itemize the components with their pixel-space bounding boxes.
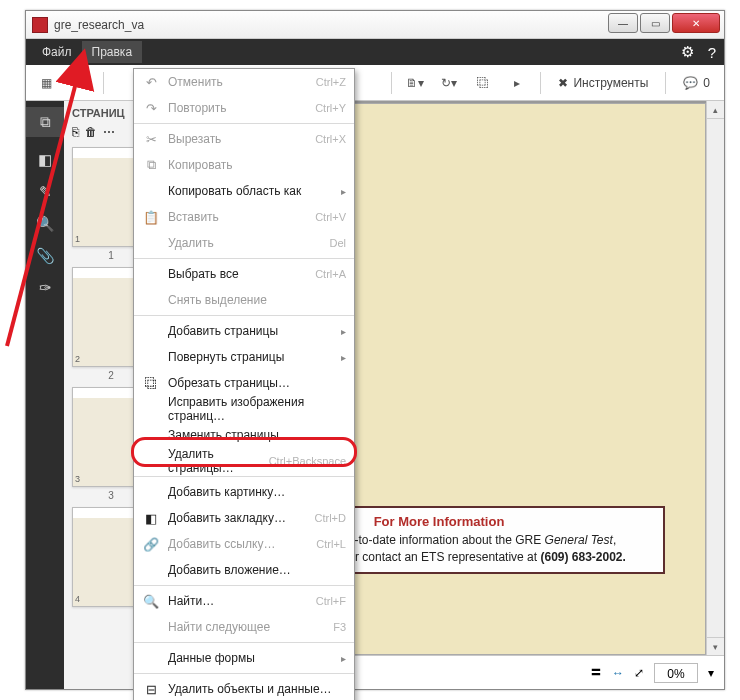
panel-delete-icon[interactable]: 🗑 (85, 125, 97, 139)
zoom-field[interactable]: 0% (654, 663, 698, 683)
menu-item-icon: ⊟ (142, 682, 160, 697)
menu-item-label: Добавить вложение… (168, 563, 346, 577)
menu-item-shortcut: Ctrl+Backspace (269, 455, 346, 467)
menu-item-label: Повернуть страницы (168, 350, 333, 364)
menu-item-shortcut: Ctrl+V (315, 211, 346, 223)
menu-item-icon: ⿻ (142, 376, 160, 391)
menu-item[interactable]: Исправить изображения страниц… (134, 396, 354, 422)
left-rail: ⧉ ◧ ✎ 🔍 📎 ✑ (26, 101, 64, 689)
page-add-icon[interactable]: 🗎▾ (401, 69, 429, 97)
menu-item-label: Обрезать страницы… (168, 376, 346, 390)
tools-icon: ✖ (558, 76, 568, 90)
menu-item[interactable]: Добавить страницы▸ (134, 318, 354, 344)
menu-item[interactable]: Добавить вложение… (134, 557, 354, 583)
rail-pages-icon[interactable]: ⧉ (26, 107, 64, 137)
maximize-button[interactable]: ▭ (640, 13, 670, 33)
toolbar: ▦ ＋ 🗎▾ ↻▾ ⿻ ▸ ✖ Инструменты 💬 0 (26, 65, 724, 101)
help-icon[interactable]: ? (708, 44, 716, 61)
menu-item-shortcut: Ctrl+X (315, 133, 346, 145)
menu-item[interactable]: ◧Добавить закладку…Ctrl+D (134, 505, 354, 531)
menu-item: ✂ВырезатьCtrl+X (134, 126, 354, 152)
menu-file[interactable]: Файл (32, 41, 82, 63)
fit-horiz-icon[interactable]: ↔ (612, 666, 624, 680)
menu-item: ⧉Копировать (134, 152, 354, 178)
gear-icon[interactable]: ⚙ (681, 43, 694, 61)
rail-attach-icon[interactable]: 📎 (36, 247, 55, 265)
menu-item-shortcut: Ctrl+L (316, 538, 346, 550)
vertical-scrollbar[interactable]: ▴ ▾ (706, 101, 724, 655)
menu-edit[interactable]: Правка (82, 41, 143, 63)
menu-item[interactable]: 🔍Найти…Ctrl+F (134, 588, 354, 614)
fullscreen-icon[interactable]: ⤢ (634, 666, 644, 680)
scroll-down-icon[interactable]: ▾ (707, 637, 724, 655)
menu-item-shortcut: Ctrl+Y (315, 102, 346, 114)
menu-item-label: Вырезать (168, 132, 307, 146)
close-button[interactable]: ✕ (672, 13, 720, 33)
fit-width-icon[interactable]: 〓 (590, 664, 602, 681)
rotate-icon[interactable]: ↻▾ (435, 69, 463, 97)
menu-item[interactable]: Повернуть страницы▸ (134, 344, 354, 370)
app-window: gre_research_va — ▭ ✕ Файл Правка ⚙ ? ▦ … (25, 10, 725, 690)
menu-item: 🔗Добавить ссылку…Ctrl+L (134, 531, 354, 557)
rail-edit-icon[interactable]: ✎ (39, 183, 52, 201)
submenu-arrow-icon: ▸ (341, 352, 346, 363)
rail-sign-icon[interactable]: ✑ (39, 279, 52, 297)
workspace: ⧉ ◧ ✎ 🔍 📎 ✑ СТРАНИЦ ⎘ 🗑 ⋯ 11 22 33 44 (26, 101, 724, 689)
menu-item: ↶ОтменитьCtrl+Z (134, 69, 354, 95)
menu-item-label: Копировать (168, 158, 346, 172)
menu-item-label: Отменить (168, 75, 308, 89)
menu-item: Найти следующееF3 (134, 614, 354, 640)
menu-item-label: Снять выделение (168, 293, 346, 307)
menu-item[interactable]: Заменить страницы… (134, 422, 354, 448)
submenu-arrow-icon: ▸ (341, 653, 346, 664)
menu-item[interactable]: Выбрать всеCtrl+A (134, 261, 354, 287)
titlebar: gre_research_va — ▭ ✕ (26, 11, 724, 39)
scroll-up-icon[interactable]: ▴ (707, 101, 724, 119)
menu-item-icon: 🔍 (142, 594, 160, 609)
menu-item-label: Удалить объекты и данные… (168, 682, 346, 696)
menu-item[interactable]: ⿻Обрезать страницы… (134, 370, 354, 396)
menu-item-icon: 📋 (142, 210, 160, 225)
menu-item-label: Удалить (168, 236, 321, 250)
menu-item[interactable]: Копировать область как▸ (134, 178, 354, 204)
menu-item-label: Удалить страницы… (168, 447, 261, 475)
submenu-arrow-icon[interactable]: ▸ (503, 69, 531, 97)
menu-item[interactable]: Данные формы▸ (134, 645, 354, 671)
menu-item-shortcut: Ctrl+F (316, 595, 346, 607)
window-controls: — ▭ ✕ (608, 13, 720, 33)
menu-item-label: Добавить картинку… (168, 485, 346, 499)
menu-item-icon: ↷ (142, 101, 160, 116)
new-tab-button[interactable]: ▦ (32, 69, 60, 97)
menu-item-label: Добавить ссылку… (168, 537, 308, 551)
menu-item[interactable]: ⊟Удалить объекты и данные… (134, 676, 354, 700)
menu-item-icon: ✂ (142, 132, 160, 147)
menu-item-shortcut: Ctrl+D (315, 512, 346, 524)
menu-item-label: Данные формы (168, 651, 333, 665)
menu-item-shortcut: Del (329, 237, 346, 249)
menu-item-icon: ↶ (142, 75, 160, 90)
menu-item-label: Найти… (168, 594, 308, 608)
menu-item[interactable]: Удалить страницы…Ctrl+Backspace (134, 448, 354, 474)
panel-more-icon[interactable]: ⋯ (103, 125, 115, 139)
menu-item: Снять выделение (134, 287, 354, 313)
menu-item[interactable]: Добавить картинку… (134, 479, 354, 505)
menu-item-label: Вставить (168, 210, 307, 224)
menu-item-icon: 🔗 (142, 537, 160, 552)
menu-item-label: Добавить страницы (168, 324, 333, 338)
comments-button[interactable]: 💬 0 (675, 69, 718, 97)
add-button[interactable]: ＋ (66, 69, 94, 97)
rail-search-icon[interactable]: 🔍 (36, 215, 55, 233)
minimize-button[interactable]: — (608, 13, 638, 33)
rail-bookmarks-icon[interactable]: ◧ (38, 151, 52, 169)
menu-item-label: Исправить изображения страниц… (168, 395, 346, 423)
menu-item: ↷ПовторитьCtrl+Y (134, 95, 354, 121)
menu-item: УдалитьDel (134, 230, 354, 256)
zoom-dropdown-arrow-icon[interactable]: ▾ (708, 666, 714, 680)
window-title: gre_research_va (54, 18, 144, 32)
menu-item-label: Копировать область как (168, 184, 333, 198)
panel-copy-icon[interactable]: ⎘ (72, 125, 79, 139)
instruments-button[interactable]: ✖ Инструменты (550, 69, 656, 97)
app-icon (32, 17, 48, 33)
crop-icon[interactable]: ⿻ (469, 69, 497, 97)
menu-item: 📋ВставитьCtrl+V (134, 204, 354, 230)
